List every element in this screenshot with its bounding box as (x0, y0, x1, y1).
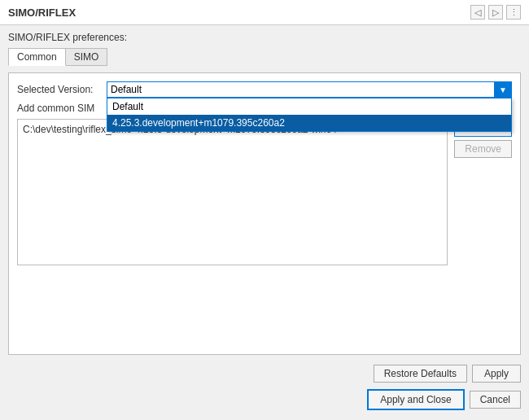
remove-path-button[interactable]: Remove (454, 140, 512, 158)
dropdown-item-default[interactable]: Default (107, 98, 511, 115)
selected-version-label: Selected Version: (17, 84, 107, 95)
apply-and-close-button[interactable]: Apply and Close (367, 389, 464, 410)
section-label: SIMO/RIFLEX preferences: (8, 32, 521, 43)
tab-content-common: Selected Version: Default ▼ Default 4.25… (8, 72, 521, 355)
tab-simo[interactable]: SIMO (66, 48, 108, 66)
bottom-bar-1: Restore Defaults Apply (8, 361, 521, 386)
restore-defaults-button[interactable]: Restore Defaults (374, 365, 467, 383)
add-common-sim-label: Add common SIM (17, 103, 107, 114)
paths-buttons: Add Remove (454, 119, 512, 265)
tab-common[interactable]: Common (8, 48, 66, 66)
dropdown-item-version[interactable]: 4.25.3.development+m1079.395c260a2 (107, 115, 511, 131)
window-title: SIMO/RIFLEX (8, 7, 76, 19)
tab-bar: Common SIMO (8, 48, 521, 66)
selected-version-row: Selected Version: Default ▼ Default 4.25… (17, 81, 512, 98)
cancel-button[interactable]: Cancel (470, 391, 521, 409)
title-bar-controls: ◁ ▷ ⋮ (470, 5, 521, 20)
window-body: SIMO/RIFLEX preferences: Common SIMO Sel… (0, 25, 529, 418)
version-dropdown: Default 4.25.3.development+m1079.395c260… (107, 98, 512, 132)
back-button[interactable]: ◁ (470, 5, 485, 20)
version-select-wrapper: Default ▼ Default 4.25.3.development+m10… (107, 81, 512, 98)
paths-list: C:\dev\testing\riflex_simo-4.25.3-develo… (17, 119, 448, 265)
forward-button[interactable]: ▷ (488, 5, 503, 20)
version-select-display[interactable]: Default (107, 81, 512, 98)
bottom-bar-2: Apply and Close Cancel (8, 386, 521, 412)
apply-button[interactable]: Apply (472, 365, 521, 383)
menu-button[interactable]: ⋮ (506, 5, 521, 20)
paths-section: C:\dev\testing\riflex_simo-4.25.3-develo… (17, 119, 512, 265)
title-bar: SIMO/RIFLEX ◁ ▷ ⋮ (0, 0, 529, 25)
